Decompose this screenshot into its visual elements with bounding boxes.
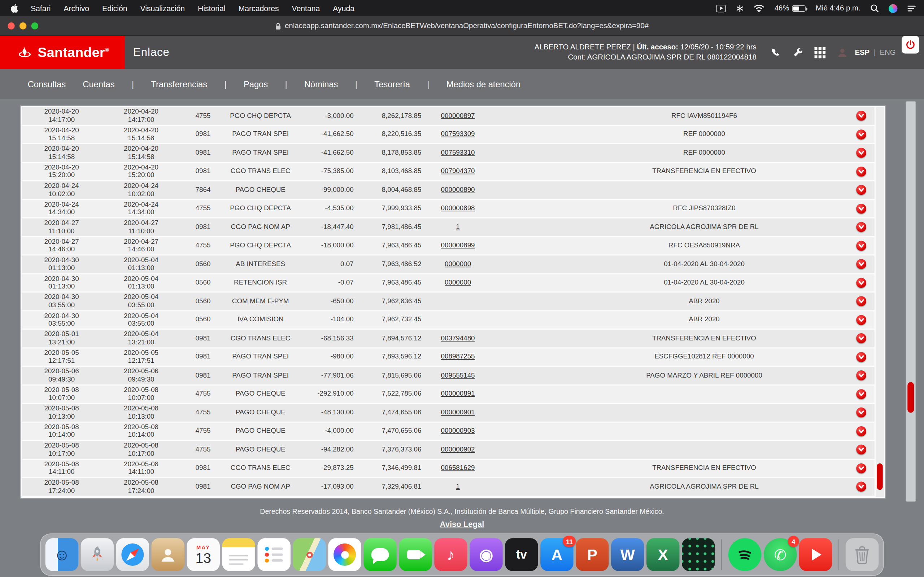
word-icon[interactable]: W bbox=[611, 538, 644, 571]
nav-consultas[interactable]: Consultas bbox=[28, 79, 66, 89]
reference-link[interactable]: 008987255 bbox=[441, 353, 475, 361]
santander-logo[interactable]: Santander® bbox=[0, 36, 125, 69]
reference-link[interactable]: 007904370 bbox=[441, 167, 475, 175]
row-expand-button[interactable] bbox=[856, 315, 866, 325]
reference-link[interactable]: 009555145 bbox=[441, 371, 475, 379]
menu-item[interactable]: Visualización bbox=[134, 4, 191, 13]
address-bar[interactable]: enlaceapp.santander.com.mx/EnlaceBETWeb/… bbox=[0, 16, 924, 35]
dark-grid-app-icon[interactable] bbox=[682, 538, 715, 571]
row-expand-button[interactable] bbox=[856, 129, 866, 140]
nav-medios-atencion[interactable]: Medios de atención bbox=[446, 79, 520, 89]
row-expand-button[interactable] bbox=[856, 222, 866, 232]
music-icon[interactable]: ♪ bbox=[434, 538, 467, 571]
row-expand-button[interactable] bbox=[856, 259, 866, 269]
notification-center-icon[interactable] bbox=[908, 5, 916, 11]
menu-item[interactable]: Edición bbox=[96, 4, 134, 13]
reference-link[interactable]: 007593310 bbox=[441, 149, 475, 157]
now-playing-icon[interactable] bbox=[716, 4, 726, 12]
row-expand-button[interactable] bbox=[856, 240, 866, 251]
spotlight-icon[interactable] bbox=[870, 4, 879, 12]
nav-transferencias[interactable]: Transferencias bbox=[151, 79, 207, 89]
nav-tesoreria[interactable]: Tesorería bbox=[374, 79, 410, 89]
row-expand-button[interactable] bbox=[856, 111, 866, 121]
nav-cuentas[interactable]: Cuentas bbox=[82, 79, 115, 89]
close-window-button[interactable] bbox=[8, 23, 15, 29]
logout-power-button[interactable] bbox=[901, 36, 919, 54]
battery-indicator[interactable]: 46% bbox=[775, 4, 806, 12]
apps-grid-icon[interactable] bbox=[814, 47, 825, 58]
lang-esp[interactable]: ESP bbox=[855, 48, 869, 56]
row-expand-button[interactable] bbox=[856, 167, 866, 177]
reference-link[interactable]: 000000902 bbox=[441, 446, 475, 454]
reference-link[interactable]: 000000890 bbox=[441, 186, 475, 194]
maps-icon[interactable] bbox=[293, 538, 326, 571]
menu-item[interactable]: Ventana bbox=[286, 4, 327, 13]
menu-item[interactable]: Ayuda bbox=[326, 4, 361, 13]
row-expand-button[interactable] bbox=[856, 278, 866, 288]
reference-link[interactable]: 000000891 bbox=[441, 390, 475, 398]
row-expand-button[interactable] bbox=[856, 185, 866, 195]
reference-link[interactable]: 000000897 bbox=[441, 112, 475, 120]
reference-link[interactable]: 006581629 bbox=[441, 464, 475, 472]
calendar-icon[interactable]: MAY 13 bbox=[187, 538, 220, 571]
notes-icon[interactable] bbox=[222, 538, 255, 571]
safari-icon[interactable] bbox=[116, 538, 149, 571]
nav-pagos[interactable]: Pagos bbox=[244, 79, 268, 89]
page-scrollbar-thumb[interactable] bbox=[908, 382, 914, 413]
menu-item[interactable]: Historial bbox=[191, 4, 232, 13]
podcasts-icon[interactable]: ◉ bbox=[470, 538, 502, 571]
siri-icon[interactable] bbox=[888, 4, 897, 13]
row-expand-button[interactable] bbox=[856, 352, 866, 362]
minimize-window-button[interactable] bbox=[19, 23, 27, 29]
wifi-icon[interactable] bbox=[754, 4, 764, 12]
menu-item[interactable]: Marcadores bbox=[232, 4, 286, 13]
whatsapp-icon[interactable]: ✆ 4 bbox=[764, 538, 796, 571]
lang-eng[interactable]: ENG bbox=[880, 48, 895, 56]
app-store-icon[interactable]: A 11 bbox=[540, 538, 573, 571]
powerpoint-icon[interactable]: P bbox=[576, 538, 609, 571]
aviso-legal-link[interactable]: Aviso Legal bbox=[440, 520, 485, 529]
finder-icon[interactable]: ☺ bbox=[45, 538, 78, 571]
row-expand-button[interactable] bbox=[856, 445, 866, 455]
trash-icon[interactable] bbox=[846, 538, 879, 571]
row-expand-button[interactable] bbox=[856, 333, 866, 343]
reference-link[interactable]: 000000898 bbox=[441, 205, 475, 213]
reference-link[interactable]: 000000899 bbox=[441, 242, 475, 250]
reference-link[interactable]: 003794480 bbox=[441, 334, 475, 342]
reference-link[interactable]: 1 bbox=[456, 483, 459, 491]
photos-icon[interactable] bbox=[328, 538, 361, 571]
row-expand-button[interactable] bbox=[856, 148, 866, 158]
reference-link[interactable]: 007593309 bbox=[441, 131, 475, 139]
zoom-window-button[interactable] bbox=[31, 23, 39, 29]
youtube-icon[interactable] bbox=[799, 538, 832, 571]
facetime-icon[interactable] bbox=[399, 538, 432, 571]
reference-link[interactable]: 000000901 bbox=[441, 409, 475, 416]
row-expand-button[interactable] bbox=[856, 371, 866, 380]
row-expand-button[interactable] bbox=[856, 463, 866, 473]
reminders-icon[interactable] bbox=[257, 538, 290, 571]
row-expand-button[interactable] bbox=[856, 482, 866, 492]
menu-item[interactable]: Safari bbox=[24, 4, 57, 13]
launchpad-icon[interactable] bbox=[81, 538, 114, 571]
reference-link[interactable]: 000000903 bbox=[441, 427, 475, 435]
table-scrollbar[interactable] bbox=[876, 107, 884, 496]
row-expand-button[interactable] bbox=[856, 297, 866, 306]
phone-icon[interactable] bbox=[769, 47, 781, 58]
reference-link[interactable]: 0000000 bbox=[445, 260, 471, 268]
apple-menu[interactable] bbox=[8, 3, 24, 13]
row-expand-button[interactable] bbox=[856, 426, 866, 436]
row-expand-button[interactable] bbox=[856, 389, 866, 399]
page-scrollbar[interactable] bbox=[906, 102, 916, 501]
menu-clock[interactable]: Mié 4:46 p.m. bbox=[816, 4, 861, 12]
table-scrollbar-thumb[interactable] bbox=[877, 463, 882, 490]
messages-icon[interactable] bbox=[363, 538, 396, 571]
wrench-icon[interactable] bbox=[792, 47, 803, 58]
reference-link[interactable]: 0000000 bbox=[445, 279, 471, 287]
asterisk-status-icon[interactable] bbox=[736, 4, 744, 12]
row-expand-button[interactable] bbox=[856, 203, 866, 213]
menu-item[interactable]: Archivo bbox=[57, 4, 96, 13]
row-expand-button[interactable] bbox=[856, 408, 866, 417]
excel-icon[interactable]: X bbox=[646, 538, 679, 571]
nav-nominas[interactable]: Nóminas bbox=[304, 79, 338, 89]
apple-tv-icon[interactable]: tv bbox=[505, 538, 538, 571]
